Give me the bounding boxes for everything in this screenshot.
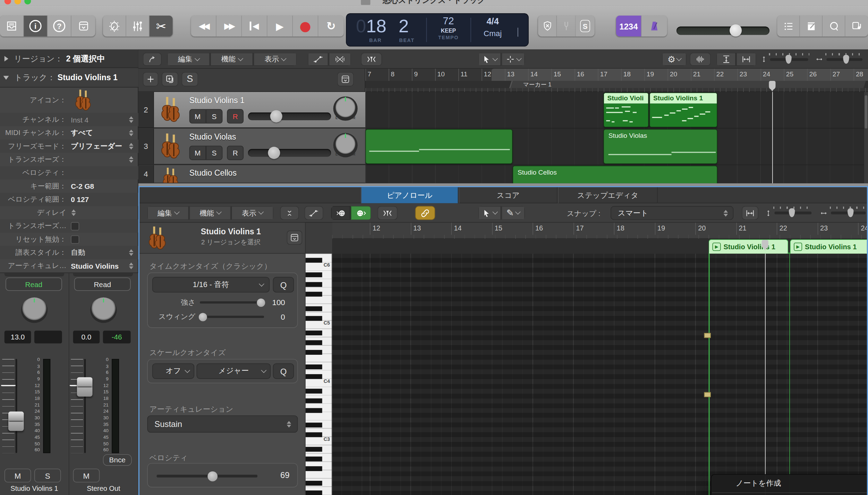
zoom-slider-thumb[interactable] bbox=[789, 208, 795, 217]
stepper-icon[interactable] bbox=[128, 116, 134, 123]
midi-note[interactable] bbox=[704, 392, 711, 397]
strength-thumb[interactable] bbox=[257, 298, 265, 307]
track-icon-cello[interactable] bbox=[160, 167, 182, 183]
quick-help-button[interactable]: ? bbox=[48, 16, 71, 37]
stepper-icon[interactable] bbox=[128, 143, 134, 150]
track-header-violas[interactable]: 3 Studio Violas M S R L R bbox=[138, 128, 365, 165]
track-header-cellos[interactable]: 4 Studio Cellos bbox=[138, 165, 365, 184]
track-settings-menu[interactable]: ⚙ bbox=[662, 53, 686, 66]
track-pan-knob[interactable]: L R bbox=[333, 133, 358, 157]
note-pads-button[interactable] bbox=[800, 16, 823, 37]
region-violas-long[interactable] bbox=[365, 129, 512, 164]
horizontal-zoom-slider[interactable] bbox=[815, 53, 862, 66]
automation-button[interactable] bbox=[308, 53, 329, 66]
edit-menu[interactable]: 編集 bbox=[167, 53, 210, 66]
articulation-select[interactable]: Sustain bbox=[147, 416, 298, 433]
window-divider[interactable] bbox=[138, 183, 868, 186]
region-cellos[interactable]: Studio Cellos bbox=[513, 166, 717, 183]
no-overload-button[interactable] bbox=[538, 16, 557, 37]
inspector-button[interactable]: i bbox=[24, 16, 48, 37]
metronome-button[interactable] bbox=[641, 16, 667, 37]
catch-playhead-button[interactable] bbox=[377, 206, 397, 220]
track-record-button[interactable]: R bbox=[227, 109, 244, 123]
inspector-row-transpose[interactable]: トランスポーズ： bbox=[0, 153, 138, 166]
pencil-tool-button[interactable]: ✎ bbox=[502, 206, 525, 220]
bar-ruler[interactable]: 7891011121314151617181920212223242526272… bbox=[365, 69, 868, 92]
track-icon-violin[interactable] bbox=[72, 89, 94, 111]
track-name[interactable]: Studio Violins 1 bbox=[189, 96, 245, 105]
track-name[interactable]: Studio Violas bbox=[189, 132, 236, 141]
playhead-handle[interactable] bbox=[762, 240, 768, 249]
stepper-icon[interactable] bbox=[128, 129, 134, 136]
snap-select[interactable]: スマート bbox=[611, 206, 733, 220]
volume-fader-stereo-out[interactable] bbox=[77, 377, 93, 397]
horizontal-zoom-slider[interactable] bbox=[819, 206, 866, 220]
track-icon-violin[interactable] bbox=[157, 97, 184, 123]
list-editors-button[interactable] bbox=[777, 16, 800, 37]
inspector-row-articulation-set[interactable]: アーティキュレ… Studio Violins bbox=[0, 259, 138, 272]
zoom-slider-thumb[interactable] bbox=[848, 208, 854, 217]
vertical-zoom-slider[interactable] bbox=[760, 53, 808, 66]
region-violins-b[interactable]: Studio Violins 1 bbox=[649, 92, 717, 127]
bounce-button[interactable]: Bnce bbox=[103, 454, 132, 466]
swing-thumb[interactable] bbox=[199, 313, 207, 321]
waveform-zoom-button[interactable] bbox=[690, 53, 711, 66]
scale-quantize-apply-button[interactable]: Q bbox=[273, 363, 294, 379]
pan-knob-violins[interactable] bbox=[21, 297, 48, 323]
vertical-auto-zoom-button[interactable] bbox=[716, 53, 736, 66]
solo-button-violins[interactable]: S bbox=[34, 469, 61, 483]
midi-out-button[interactable] bbox=[351, 206, 371, 220]
velocity-slider[interactable] bbox=[157, 475, 257, 477]
tuner-button[interactable] bbox=[557, 16, 576, 37]
smart-controls-button[interactable] bbox=[103, 16, 126, 37]
catch-playhead-button[interactable] bbox=[361, 53, 382, 66]
collapse-mode-button[interactable] bbox=[280, 206, 299, 220]
stepper-icon[interactable] bbox=[128, 262, 134, 269]
track-record-button[interactable]: R bbox=[227, 146, 244, 160]
stepper-icon[interactable] bbox=[71, 209, 76, 216]
link-button[interactable] bbox=[415, 206, 435, 220]
track-pan-knob[interactable]: L R bbox=[333, 97, 358, 121]
track-solo-button[interactable]: S bbox=[206, 109, 223, 123]
tab-piano-roll[interactable]: ピアノロール bbox=[361, 187, 458, 203]
disclosure-open-icon[interactable] bbox=[3, 76, 9, 79]
region-play-icon[interactable]: ▶ bbox=[794, 243, 802, 251]
scale-type-select[interactable]: メジャー bbox=[196, 363, 271, 379]
no-transpose-checkbox[interactable] bbox=[71, 222, 79, 230]
duplicate-track-button[interactable] bbox=[162, 72, 178, 86]
tab-score[interactable]: スコア bbox=[459, 187, 558, 203]
vertical-zoom-slider[interactable] bbox=[765, 206, 811, 220]
region-play-icon[interactable]: ▶ bbox=[713, 243, 721, 251]
piano-keyboard[interactable]: C6 C5 C4 C3 bbox=[306, 254, 332, 495]
stepper-icon[interactable] bbox=[128, 249, 134, 256]
horizontal-auto-zoom-button[interactable] bbox=[742, 206, 758, 220]
track-header-options-button[interactable] bbox=[337, 72, 354, 86]
editors-button[interactable]: ✂ bbox=[150, 16, 173, 37]
inspector-row-delay[interactable]: ディレイ bbox=[0, 206, 138, 219]
automation-read-button-stereo-out[interactable]: Read bbox=[74, 277, 131, 291]
lcd-chevron-icon[interactable] bbox=[518, 28, 518, 36]
master-volume-slider[interactable] bbox=[676, 27, 769, 35]
track-mute-button[interactable]: M bbox=[189, 146, 206, 160]
track-volume-slider[interactable] bbox=[248, 149, 331, 157]
playhead[interactable] bbox=[765, 254, 766, 495]
volume-display-violins[interactable]: 13.0 bbox=[5, 331, 31, 344]
swing-slider[interactable] bbox=[200, 316, 264, 318]
rewind-button[interactable]: ◀◀ bbox=[191, 16, 216, 37]
solo-mode-button[interactable]: S bbox=[576, 16, 594, 37]
playhead[interactable] bbox=[772, 92, 773, 183]
inspector-row-no-reset[interactable]: リセット無効： bbox=[0, 233, 138, 246]
track-mute-button[interactable]: M bbox=[189, 109, 206, 123]
tracks-scrollbar[interactable] bbox=[864, 92, 868, 183]
pan-knob-stereo-out[interactable] bbox=[90, 297, 117, 323]
inspector-row-key-range[interactable]: キー範囲： C-2 G8 bbox=[0, 179, 138, 193]
view-menu[interactable]: 表示 bbox=[254, 53, 297, 66]
region-inspector-header[interactable]: リージョン： 2 個選択中 bbox=[0, 50, 138, 68]
inspector-row-channel[interactable]: チャンネル： Inst 4 bbox=[0, 113, 138, 126]
track-header-violins[interactable]: 2 Studio Violins 1 M S R L R bbox=[138, 92, 365, 128]
menu-item-create-note[interactable]: ノートを作成 bbox=[711, 478, 868, 489]
inspector-row-no-transpose[interactable]: トランスポーズ… bbox=[0, 219, 138, 233]
track-solo-button[interactable]: S bbox=[206, 146, 223, 160]
count-in-button[interactable]: 1234 bbox=[616, 16, 641, 37]
horizontal-auto-zoom-button[interactable] bbox=[736, 53, 756, 66]
